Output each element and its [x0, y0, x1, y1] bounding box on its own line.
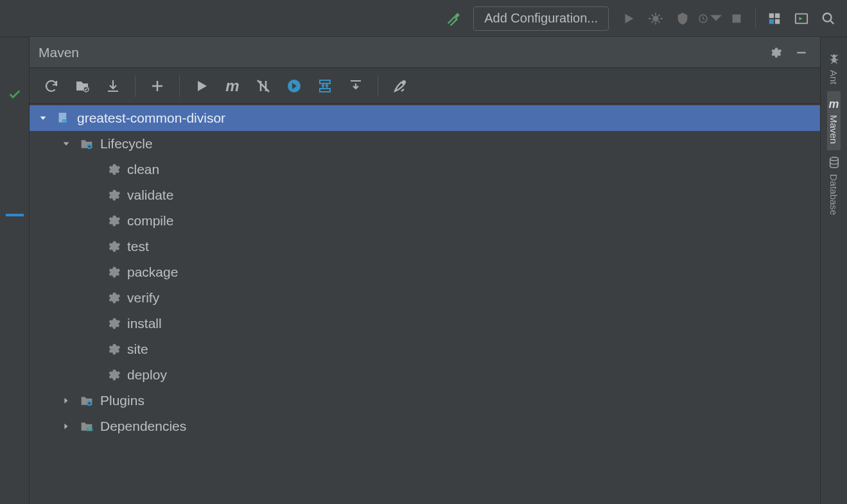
left-gutter	[0, 37, 30, 504]
tab-ant[interactable]: Ant	[827, 46, 841, 91]
goal-label: compile	[127, 213, 173, 229]
dependencies-node[interactable]: Dependencies	[30, 413, 820, 439]
toggle-skiptests-icon[interactable]	[281, 73, 307, 99]
profile-icon[interactable]	[697, 6, 722, 31]
svg-point-17	[89, 146, 91, 148]
add-configuration-label: Add Configuration...	[484, 11, 598, 26]
plugins-node[interactable]: Plugins	[30, 388, 820, 413]
svg-text:m: m	[62, 117, 68, 125]
maven-toolbar-sep1	[135, 75, 135, 97]
tab-label: Maven	[828, 115, 839, 144]
debug-icon[interactable]	[643, 6, 668, 31]
tab-label: Database	[828, 174, 839, 215]
chevron-down-icon[interactable]	[36, 114, 50, 123]
svg-rect-3	[769, 13, 774, 17]
download-sources-icon[interactable]	[100, 73, 126, 99]
show-dependencies-icon[interactable]	[312, 73, 338, 99]
stop-icon	[724, 6, 749, 31]
tab-database[interactable]: Database	[827, 150, 841, 222]
coverage-icon[interactable]	[670, 6, 695, 31]
toggle-offline-icon[interactable]	[250, 73, 276, 99]
gear-icon	[105, 214, 122, 228]
goal-label: install	[127, 316, 162, 331]
maven-project-icon: m	[55, 112, 72, 125]
generate-sources-icon[interactable]	[69, 73, 95, 99]
gear-icon	[105, 317, 122, 331]
chevron-right-icon[interactable]	[59, 422, 73, 431]
gutter-marker	[6, 214, 24, 216]
gear-icon	[105, 342, 122, 356]
lifecycle-label: Lifecycle	[100, 136, 153, 152]
panel-hide-icon[interactable]	[792, 43, 811, 62]
run-maven-icon[interactable]	[189, 73, 214, 99]
run-icon[interactable]	[616, 6, 641, 31]
gear-icon	[105, 188, 122, 202]
svg-rect-2	[733, 14, 741, 22]
status-check-icon	[8, 87, 22, 103]
maven-panel: Maven m	[30, 37, 820, 504]
plugins-label: Plugins	[100, 393, 144, 408]
svg-point-25	[830, 157, 838, 160]
toolbar-separator	[755, 9, 756, 28]
gear-icon	[105, 162, 122, 177]
gear-icon	[105, 265, 122, 279]
svg-rect-21	[89, 426, 91, 431]
folder-gear-icon	[78, 394, 95, 407]
svg-rect-12	[320, 89, 330, 92]
folder-bars-icon	[78, 420, 95, 433]
maven-icon: m	[829, 98, 839, 111]
svg-rect-20	[87, 428, 89, 431]
goal-install[interactable]: install	[30, 311, 820, 336]
add-configuration-button[interactable]: Add Configuration...	[473, 6, 609, 31]
goal-label: test	[127, 239, 149, 254]
goal-label: validate	[127, 187, 173, 203]
maven-tree[interactable]: m greatest-common-divisor Lifecycle clea…	[30, 104, 820, 504]
add-project-icon[interactable]	[144, 73, 170, 99]
chevron-down-icon[interactable]	[59, 139, 73, 148]
svg-rect-5	[769, 19, 774, 23]
panel-settings-icon[interactable]	[766, 43, 785, 62]
goal-clean[interactable]: clean	[30, 157, 820, 182]
project-node[interactable]: m greatest-common-divisor	[30, 105, 820, 131]
search-icon[interactable]	[816, 6, 841, 31]
goal-test[interactable]: test	[30, 234, 820, 259]
goal-package[interactable]: package	[30, 259, 820, 285]
goal-label: site	[127, 342, 148, 357]
goal-compile[interactable]: compile	[30, 208, 820, 234]
svg-rect-22	[91, 428, 93, 431]
goal-site[interactable]: site	[30, 336, 820, 362]
svg-rect-4	[775, 13, 780, 17]
ant-icon	[828, 53, 840, 66]
svg-point-8	[823, 13, 832, 21]
build-icon[interactable]	[441, 6, 466, 31]
chevron-right-icon[interactable]	[59, 396, 73, 405]
maven-toolbar: m	[30, 68, 820, 104]
svg-rect-6	[775, 19, 780, 23]
goal-label: package	[127, 265, 178, 280]
maven-toolbar-sep3	[378, 75, 378, 97]
goal-verify[interactable]: verify	[30, 285, 820, 311]
run-anything-icon[interactable]	[789, 6, 814, 31]
database-icon	[828, 157, 840, 170]
maven-settings-icon[interactable]	[387, 73, 413, 99]
goal-validate[interactable]: validate	[30, 182, 820, 208]
project-label: greatest-common-divisor	[77, 110, 225, 126]
reload-icon[interactable]	[39, 73, 64, 99]
goal-deploy[interactable]: deploy	[30, 362, 820, 388]
right-tool-strip: Ant m Maven Database	[820, 37, 847, 504]
goal-label: verify	[127, 290, 159, 306]
dependencies-label: Dependencies	[100, 419, 186, 434]
execute-goal-icon[interactable]: m	[220, 73, 245, 99]
tab-maven[interactable]: m Maven	[827, 91, 841, 150]
panel-title: Maven	[39, 45, 760, 60]
collapse-all-icon[interactable]	[343, 73, 369, 99]
gear-icon	[105, 368, 122, 382]
project-structure-icon[interactable]	[762, 6, 787, 31]
lifecycle-node[interactable]: Lifecycle	[30, 131, 820, 157]
gear-icon	[105, 239, 122, 254]
main-toolbar: Add Configuration...	[0, 0, 847, 37]
tab-label: Ant	[828, 70, 839, 85]
svg-point-0	[652, 15, 658, 21]
svg-point-19	[89, 403, 91, 404]
svg-rect-11	[320, 80, 330, 83]
